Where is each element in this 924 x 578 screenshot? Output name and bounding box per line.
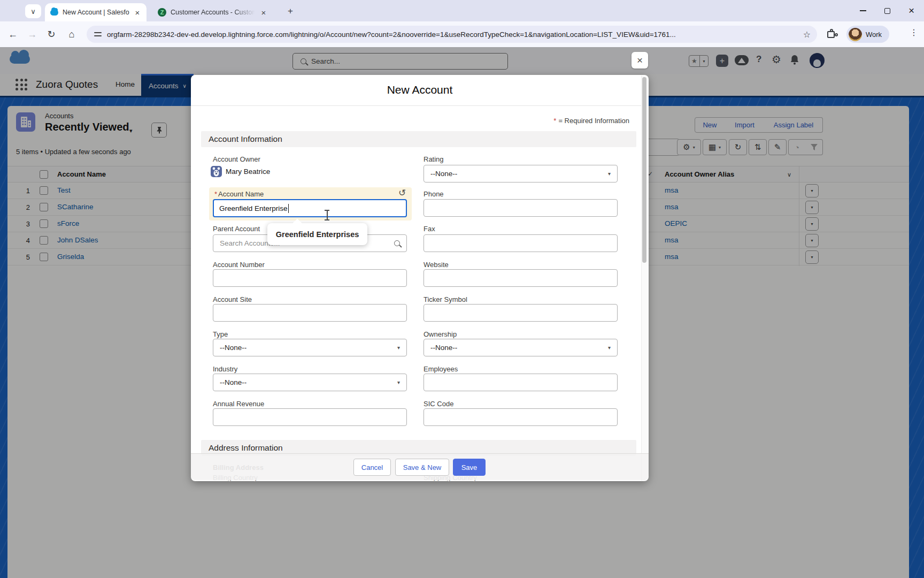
employees-label: Employees xyxy=(424,365,458,373)
address-bar[interactable]: orgfarm-28298b2342-dev-ed.develop.lightn… xyxy=(87,26,817,43)
browser-menu-icon[interactable]: ⋮ xyxy=(910,27,918,37)
chevron-down-icon: ▾ xyxy=(608,345,611,351)
ticker-symbol-input[interactable] xyxy=(424,304,618,322)
tab-title: New Account | Salesforce xyxy=(63,9,129,16)
tab-new-account[interactable]: New Account | Salesforce × xyxy=(45,3,147,21)
browser-profile-button[interactable]: Work xyxy=(846,26,889,43)
ownership-select[interactable]: --None--▾ xyxy=(424,339,618,356)
sic-code-input[interactable] xyxy=(424,408,618,426)
salesforce-favicon-icon xyxy=(50,10,58,16)
tab-close-icon[interactable]: × xyxy=(134,8,141,17)
window-close-icon[interactable]: × xyxy=(908,8,914,13)
undo-icon[interactable]: ↺ xyxy=(398,187,406,199)
parent-account-label: Parent Account xyxy=(213,225,260,233)
rating-label: Rating xyxy=(424,155,444,163)
fax-input[interactable] xyxy=(424,234,618,252)
phone-label: Phone xyxy=(424,190,444,198)
website-label: Website xyxy=(424,261,449,269)
chevron-down-icon: ▾ xyxy=(397,379,400,385)
website-input[interactable] xyxy=(424,269,618,287)
refresh-icon[interactable]: ↻ xyxy=(45,28,58,41)
window-maximize-icon[interactable] xyxy=(884,8,890,14)
section-account-information: Account Information xyxy=(201,131,636,147)
fax-label: Fax xyxy=(424,225,435,233)
annual-revenue-input[interactable] xyxy=(213,408,407,426)
window-minimize-icon[interactable] xyxy=(860,10,866,11)
modal-close-button[interactable]: × xyxy=(632,52,648,69)
tab-search-chevron-icon[interactable]: ∨ xyxy=(25,4,41,18)
sic-code-label: SIC Code xyxy=(424,400,453,408)
profile-avatar xyxy=(849,28,862,41)
required-note: *= Required Information xyxy=(553,117,629,125)
ticker-symbol-label: Ticker Symbol xyxy=(424,295,467,303)
bookmark-star-icon[interactable]: ☆ xyxy=(803,29,811,40)
autocomplete-suggestion[interactable]: Greenfield Enterprises xyxy=(267,223,367,245)
tab-title: Customer Accounts - Customer xyxy=(171,9,255,16)
tab-customer-accounts[interactable]: Z Customer Accounts - Customer × xyxy=(152,3,275,21)
modal-footer: Cancel Save & New Save xyxy=(191,453,649,480)
new-account-modal: New Account *= Required Information Acco… xyxy=(191,75,649,481)
account-owner-label: Account Owner xyxy=(213,155,260,163)
account-name-label: *Account Name xyxy=(214,190,264,198)
new-tab-button[interactable]: + xyxy=(284,5,297,18)
profile-label: Work xyxy=(866,31,882,39)
type-select[interactable]: --None--▾ xyxy=(213,339,407,356)
close-icon: × xyxy=(637,55,643,66)
type-label: Type xyxy=(213,330,228,338)
zuora-favicon-icon: Z xyxy=(158,8,166,17)
tab-close-icon[interactable]: × xyxy=(259,8,268,17)
mouse-ibeam-cursor xyxy=(325,210,329,220)
chevron-down-icon: ▾ xyxy=(397,345,400,351)
forward-icon[interactable]: → xyxy=(26,28,38,41)
modal-title: New Account xyxy=(191,83,649,96)
url-text[interactable]: orgfarm-28298b2342-dev-ed.develop.lightn… xyxy=(107,31,797,39)
account-number-label: Account Number xyxy=(213,261,265,269)
rating-select[interactable]: --None--▾ xyxy=(424,165,618,182)
home-icon[interactable]: ⌂ xyxy=(65,28,78,41)
back-icon[interactable]: ← xyxy=(6,28,19,41)
text-caret xyxy=(288,204,289,213)
industry-select[interactable]: --None--▾ xyxy=(213,374,407,391)
browser-tab-strip: ∨ New Account | Salesforce × Z Customer … xyxy=(0,0,924,21)
annual-revenue-label: Annual Revenue xyxy=(213,400,264,408)
modal-divider xyxy=(191,105,641,106)
save-and-new-button[interactable]: Save & New xyxy=(395,459,449,476)
owner-avatar-icon xyxy=(211,166,222,177)
modal-scrollbar-thumb[interactable] xyxy=(642,77,646,263)
modal-scrollbar-track[interactable] xyxy=(641,75,648,481)
extensions-icon[interactable] xyxy=(826,28,837,39)
cancel-button[interactable]: Cancel xyxy=(353,459,391,476)
account-number-input[interactable] xyxy=(213,269,407,287)
search-icon xyxy=(394,240,400,246)
site-info-icon[interactable] xyxy=(94,31,102,37)
industry-label: Industry xyxy=(213,365,237,373)
browser-toolbar: ← → ↻ ⌂ orgfarm-28298b2342-dev-ed.develo… xyxy=(0,21,924,47)
employees-input[interactable] xyxy=(424,374,618,391)
phone-input[interactable] xyxy=(424,199,618,217)
chevron-down-icon: ▾ xyxy=(608,171,611,177)
save-button[interactable]: Save xyxy=(453,459,486,476)
account-owner-value: Mary Beatrice xyxy=(211,166,270,177)
account-site-input[interactable] xyxy=(213,304,407,322)
account-site-label: Account Site xyxy=(213,295,252,303)
account-name-input[interactable]: Greenfield Enterprise xyxy=(213,199,407,217)
ownership-label: Ownership xyxy=(424,330,457,338)
